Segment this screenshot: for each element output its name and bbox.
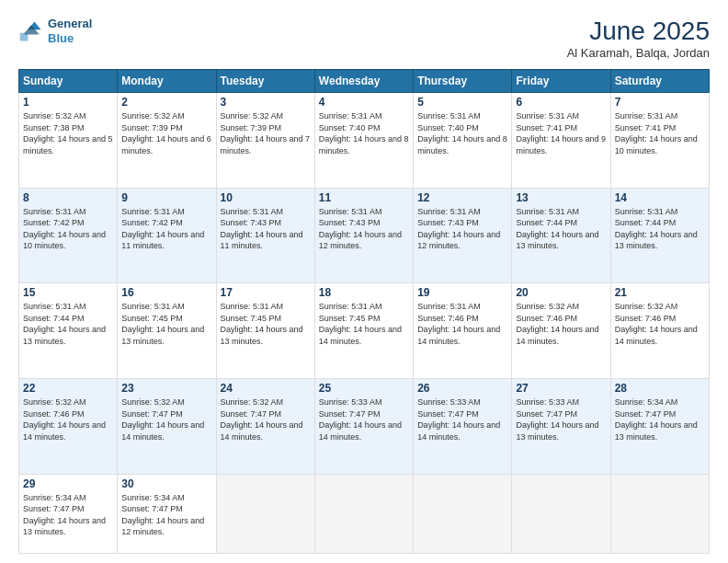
day-number: 17 (221, 286, 311, 299)
table-row: 28 Sunrise: 5:34 AM Sunset: 7:47 PM Dayl… (610, 378, 709, 474)
day-number: 24 (221, 382, 311, 395)
day-info: Sunrise: 5:31 AM Sunset: 7:45 PM Dayligh… (221, 301, 311, 347)
table-row: 12 Sunrise: 5:31 AM Sunset: 7:43 PM Dayl… (414, 188, 512, 283)
logo-icon (18, 18, 44, 44)
title-block: June 2025 Al Karamah, Balqa, Jordan (567, 17, 710, 60)
day-number: 18 (319, 286, 409, 299)
day-number: 23 (121, 382, 211, 395)
day-number: 6 (516, 96, 606, 109)
day-number: 20 (516, 286, 606, 299)
day-info: Sunrise: 5:34 AM Sunset: 7:47 PM Dayligh… (121, 492, 211, 538)
day-number: 12 (417, 191, 507, 204)
month-title: June 2025 (567, 17, 710, 46)
day-info: Sunrise: 5:31 AM Sunset: 7:44 PM Dayligh… (516, 206, 606, 252)
calendar-week-row: 1 Sunrise: 5:32 AM Sunset: 7:38 PM Dayli… (19, 93, 710, 189)
page: General Blue June 2025 Al Karamah, Balqa… (0, 0, 728, 563)
calendar-table: Sunday Monday Tuesday Wednesday Thursday… (18, 69, 710, 554)
table-row: 26 Sunrise: 5:33 AM Sunset: 7:47 PM Dayl… (414, 378, 512, 474)
day-number: 3 (221, 96, 311, 109)
header-tuesday: Tuesday (216, 70, 314, 93)
day-number: 14 (615, 191, 705, 204)
header-saturday: Saturday (610, 70, 709, 93)
day-info: Sunrise: 5:34 AM Sunset: 7:47 PM Dayligh… (23, 492, 113, 538)
day-info: Sunrise: 5:31 AM Sunset: 7:42 PM Dayligh… (121, 206, 211, 252)
table-row: 20 Sunrise: 5:32 AM Sunset: 7:46 PM Dayl… (512, 283, 610, 379)
day-number: 21 (615, 286, 705, 299)
day-info: Sunrise: 5:33 AM Sunset: 7:47 PM Dayligh… (516, 396, 606, 442)
logo: General Blue (18, 17, 92, 45)
day-info: Sunrise: 5:32 AM Sunset: 7:46 PM Dayligh… (615, 301, 705, 347)
day-info: Sunrise: 5:31 AM Sunset: 7:40 PM Dayligh… (417, 110, 507, 156)
table-row: 13 Sunrise: 5:31 AM Sunset: 7:44 PM Dayl… (512, 188, 610, 283)
day-info: Sunrise: 5:31 AM Sunset: 7:44 PM Dayligh… (615, 206, 705, 252)
logo-text: General Blue (48, 17, 92, 45)
day-info: Sunrise: 5:31 AM Sunset: 7:45 PM Dayligh… (121, 301, 211, 347)
table-row: 19 Sunrise: 5:31 AM Sunset: 7:46 PM Dayl… (414, 283, 512, 379)
day-info: Sunrise: 5:31 AM Sunset: 7:44 PM Dayligh… (23, 301, 113, 347)
day-info: Sunrise: 5:32 AM Sunset: 7:38 PM Dayligh… (23, 110, 113, 156)
table-row (314, 474, 413, 553)
table-row: 15 Sunrise: 5:31 AM Sunset: 7:44 PM Dayl… (19, 283, 118, 379)
header-sunday: Sunday (19, 70, 118, 93)
day-info: Sunrise: 5:32 AM Sunset: 7:47 PM Dayligh… (121, 396, 211, 442)
table-row: 9 Sunrise: 5:31 AM Sunset: 7:42 PM Dayli… (118, 188, 216, 283)
table-row: 27 Sunrise: 5:33 AM Sunset: 7:47 PM Dayl… (512, 378, 610, 474)
logo-blue: Blue (48, 31, 74, 45)
day-info: Sunrise: 5:33 AM Sunset: 7:47 PM Dayligh… (417, 396, 507, 442)
calendar-week-row: 15 Sunrise: 5:31 AM Sunset: 7:44 PM Dayl… (19, 283, 710, 379)
table-row: 18 Sunrise: 5:31 AM Sunset: 7:45 PM Dayl… (314, 283, 413, 379)
table-row: 11 Sunrise: 5:31 AM Sunset: 7:43 PM Dayl… (314, 188, 413, 283)
day-number: 25 (319, 382, 409, 395)
day-number: 22 (23, 382, 113, 395)
day-info: Sunrise: 5:34 AM Sunset: 7:47 PM Dayligh… (615, 396, 705, 442)
header-thursday: Thursday (414, 70, 512, 93)
table-row: 21 Sunrise: 5:32 AM Sunset: 7:46 PM Dayl… (610, 283, 709, 379)
table-row: 22 Sunrise: 5:32 AM Sunset: 7:46 PM Dayl… (19, 378, 118, 474)
day-info: Sunrise: 5:31 AM Sunset: 7:41 PM Dayligh… (516, 110, 606, 156)
table-row: 5 Sunrise: 5:31 AM Sunset: 7:40 PM Dayli… (414, 93, 512, 189)
day-info: Sunrise: 5:31 AM Sunset: 7:42 PM Dayligh… (23, 206, 113, 252)
calendar-week-row: 8 Sunrise: 5:31 AM Sunset: 7:42 PM Dayli… (19, 188, 710, 283)
day-number: 13 (516, 191, 606, 204)
header-friday: Friday (512, 70, 610, 93)
table-row: 24 Sunrise: 5:32 AM Sunset: 7:47 PM Dayl… (216, 378, 314, 474)
day-info: Sunrise: 5:31 AM Sunset: 7:46 PM Dayligh… (417, 301, 507, 347)
day-info: Sunrise: 5:33 AM Sunset: 7:47 PM Dayligh… (319, 396, 409, 442)
day-number: 26 (417, 382, 507, 395)
table-row (414, 474, 512, 553)
day-number: 10 (221, 191, 311, 204)
day-info: Sunrise: 5:32 AM Sunset: 7:46 PM Dayligh… (516, 301, 606, 347)
day-number: 9 (121, 191, 211, 204)
table-row: 17 Sunrise: 5:31 AM Sunset: 7:45 PM Dayl… (216, 283, 314, 379)
header-wednesday: Wednesday (314, 70, 413, 93)
day-number: 29 (23, 477, 113, 490)
day-number: 19 (417, 286, 507, 299)
table-row (216, 474, 314, 553)
table-row: 25 Sunrise: 5:33 AM Sunset: 7:47 PM Dayl… (314, 378, 413, 474)
header-monday: Monday (118, 70, 216, 93)
day-number: 8 (23, 191, 113, 204)
table-row: 8 Sunrise: 5:31 AM Sunset: 7:42 PM Dayli… (19, 188, 118, 283)
table-row: 4 Sunrise: 5:31 AM Sunset: 7:40 PM Dayli… (314, 93, 413, 189)
location: Al Karamah, Balqa, Jordan (567, 46, 710, 60)
table-row: 14 Sunrise: 5:31 AM Sunset: 7:44 PM Dayl… (610, 188, 709, 283)
day-number: 27 (516, 382, 606, 395)
table-row (610, 474, 709, 553)
day-number: 11 (319, 191, 409, 204)
day-number: 30 (121, 477, 211, 490)
day-number: 1 (23, 96, 113, 109)
table-row: 6 Sunrise: 5:31 AM Sunset: 7:41 PM Dayli… (512, 93, 610, 189)
day-info: Sunrise: 5:32 AM Sunset: 7:46 PM Dayligh… (23, 396, 113, 442)
calendar-header-row: Sunday Monday Tuesday Wednesday Thursday… (19, 70, 710, 93)
calendar-week-row: 29 Sunrise: 5:34 AM Sunset: 7:47 PM Dayl… (19, 474, 710, 553)
day-info: Sunrise: 5:31 AM Sunset: 7:43 PM Dayligh… (417, 206, 507, 252)
header: General Blue June 2025 Al Karamah, Balqa… (18, 17, 710, 60)
day-info: Sunrise: 5:31 AM Sunset: 7:40 PM Dayligh… (319, 110, 409, 156)
logo-general: General (48, 17, 92, 30)
table-row: 3 Sunrise: 5:32 AM Sunset: 7:39 PM Dayli… (216, 93, 314, 189)
table-row: 2 Sunrise: 5:32 AM Sunset: 7:39 PM Dayli… (118, 93, 216, 189)
table-row: 16 Sunrise: 5:31 AM Sunset: 7:45 PM Dayl… (118, 283, 216, 379)
day-info: Sunrise: 5:31 AM Sunset: 7:45 PM Dayligh… (319, 301, 409, 347)
table-row: 10 Sunrise: 5:31 AM Sunset: 7:43 PM Dayl… (216, 188, 314, 283)
calendar-week-row: 22 Sunrise: 5:32 AM Sunset: 7:46 PM Dayl… (19, 378, 710, 474)
